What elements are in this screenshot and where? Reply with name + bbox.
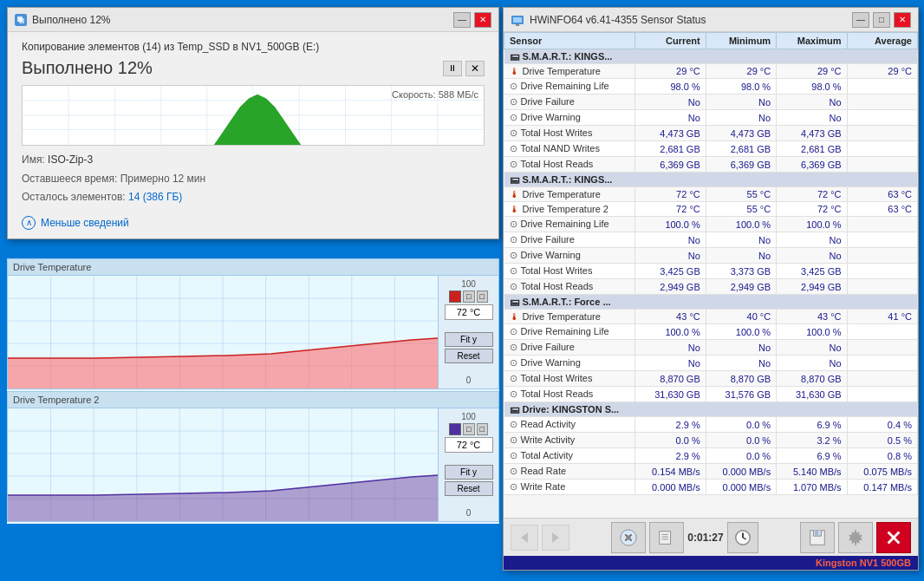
- sensor-minimum: 0.000 MB/s: [706, 464, 776, 480]
- chart2-color: [449, 423, 461, 435]
- sensor-reset-button[interactable]: [611, 522, 646, 553]
- hw-close-button[interactable]: ✕: [894, 12, 911, 28]
- chart2-opt1[interactable]: □: [463, 423, 474, 435]
- cancel-button[interactable]: ✕: [465, 61, 485, 76]
- sensor-average: [847, 279, 917, 295]
- table-row: ⊙Read Activity2.9 %0.0 %6.9 %0.4 %: [504, 417, 918, 433]
- hwinfo-panel: HWiNFO64 v6.41-4355 Sensor Status — □ ✕ …: [503, 7, 919, 571]
- table-row: ⊙Drive FailureNoNoNo: [504, 340, 918, 356]
- chart1-reset[interactable]: Reset: [445, 349, 493, 363]
- hw-minimize-button[interactable]: —: [852, 12, 869, 28]
- sensor-current: 2.9 %: [635, 417, 706, 433]
- minimize-button[interactable]: —: [453, 12, 471, 28]
- save-report-button[interactable]: [800, 522, 835, 553]
- svg-rect-1: [19, 18, 24, 23]
- speed-label: Скорость: 588 МБ/с: [392, 89, 478, 100]
- nav-back-button[interactable]: [511, 525, 538, 551]
- col-sensor: Sensor: [504, 33, 635, 49]
- sensor-name: 🌡Drive Temperature: [504, 310, 635, 324]
- dialog-titlebar: Выполнено 12% — ✕: [8, 8, 498, 32]
- sensor-maximum: 8,870 GB: [777, 371, 847, 387]
- sensor-average: [847, 95, 917, 110]
- sensor-average: 0.5 %: [847, 433, 917, 448]
- close-sensors-button[interactable]: [876, 522, 911, 553]
- sensor-minimum: 0.000 MB/s: [706, 480, 776, 495]
- nav-forward-button[interactable]: [542, 525, 569, 551]
- sensor-maximum: 100.0 %: [777, 324, 847, 340]
- table-row: ⊙Total Host Writes4,473 GB4,473 GB4,473 …: [504, 126, 918, 141]
- sensor-average: 0.8 %: [847, 448, 917, 464]
- sensor-name: ⊙Total Activity: [504, 448, 635, 464]
- sensor-average: [847, 264, 917, 279]
- sensor-current: 3,425 GB: [635, 264, 706, 279]
- sensor-maximum: 72 °C: [777, 202, 847, 217]
- sensor-minimum: 98.0 %: [706, 79, 776, 95]
- items-value: 14 (386 ГБ): [128, 191, 182, 203]
- status-text: Kingston NV1 500GB: [816, 558, 911, 568]
- sensor-minimum: No: [706, 95, 776, 110]
- sensor-name: ⊙Drive Remaining Life: [504, 217, 635, 232]
- circle-icon: ⊙: [510, 419, 517, 429]
- circle-icon: ⊙: [510, 265, 517, 276]
- sensor-average: [847, 248, 917, 264]
- chart2-min-label: 0: [466, 508, 472, 518]
- sensor-maximum: 6,369 GB: [777, 157, 847, 173]
- sensor-export-button[interactable]: [649, 522, 684, 553]
- sensor-minimum: 0.0 %: [706, 417, 776, 433]
- sensor-name: 🌡Drive Temperature: [504, 64, 635, 79]
- chart1-opt1[interactable]: □: [463, 290, 474, 303]
- sensor-maximum: No: [777, 248, 847, 264]
- sensor-current: 6,369 GB: [635, 157, 706, 173]
- sensor-average: [847, 217, 917, 232]
- sensor-average: 29 °C: [847, 64, 917, 79]
- dialog-body: Копирование элементов (14) из Temp_SSD в…: [8, 32, 498, 238]
- chart1-opt2[interactable]: □: [477, 290, 488, 303]
- chart2-opt2[interactable]: □: [477, 423, 488, 435]
- sensor-minimum: No: [706, 340, 776, 356]
- chart1-max-label: 100: [461, 279, 476, 289]
- chart2-label: Drive Temperature 2: [8, 392, 498, 408]
- sensor-average: 0.147 MB/s: [847, 480, 917, 495]
- sensor-current: 72 °C: [635, 187, 706, 202]
- sensor-maximum: No: [777, 356, 847, 371]
- close-button[interactable]: ✕: [474, 12, 491, 28]
- details-toggle[interactable]: ∧ Меньше сведений: [22, 216, 485, 230]
- copy-info: Имя: ISO-Zip-3 Оставшееся время: Примерн…: [22, 151, 485, 207]
- sensor-maximum: No: [777, 232, 847, 248]
- sensor-maximum: 72 °C: [777, 187, 847, 202]
- sensor-current: No: [635, 340, 706, 356]
- hw-titlebar: HWiNFO64 v6.41-4355 Sensor Status — □ ✕: [504, 8, 918, 32]
- sensor-name: ⊙Total Host Writes: [504, 371, 635, 387]
- sensor-tbody: 🖴S.M.A.R.T.: KINGS...🌡Drive Temperature2…: [504, 49, 918, 495]
- sensor-average: 41 °C: [847, 310, 917, 324]
- circle-icon: ⊙: [510, 281, 517, 291]
- chart1-color: [449, 290, 461, 303]
- sensor-average: 0.4 %: [847, 417, 917, 433]
- dialog-title: Выполнено 12%: [32, 14, 111, 26]
- settings-button[interactable]: [838, 522, 873, 553]
- table-row: ⊙Drive Remaining Life100.0 %100.0 %100.0…: [504, 324, 918, 340]
- sensor-name: 🌡Drive Temperature: [504, 187, 635, 202]
- toggle-icon: ∧: [22, 216, 36, 230]
- pause-button[interactable]: ⏸: [443, 61, 462, 76]
- sensor-name: ⊙Drive Failure: [504, 232, 635, 248]
- hw-restore-button[interactable]: □: [873, 12, 890, 28]
- col-current: Current: [635, 33, 706, 49]
- sensor-current: 0.000 MB/s: [635, 480, 706, 495]
- chart2-fity[interactable]: Fit y: [445, 465, 493, 480]
- chart2-reset[interactable]: Reset: [445, 481, 493, 496]
- sensor-minimum: No: [706, 110, 776, 126]
- chart1-fity[interactable]: Fit y: [445, 332, 493, 347]
- sensor-minimum: 100.0 %: [706, 217, 776, 232]
- sensor-scroll[interactable]: Sensor Current Minimum Maximum Average 🖴…: [504, 32, 918, 518]
- toolbar-nav-left: [511, 525, 569, 551]
- group-header-1: 🖴S.M.A.R.T.: KINGS...: [504, 173, 918, 187]
- time-button[interactable]: [727, 522, 758, 553]
- table-row: ⊙Total Host Reads6,369 GB6,369 GB6,369 G…: [504, 157, 918, 173]
- sensor-average: [847, 79, 917, 95]
- circle-icon: ⊙: [510, 96, 517, 107]
- sensor-name: ⊙Write Rate: [504, 480, 635, 495]
- sensor-maximum: 29 °C: [777, 64, 847, 79]
- sensor-current: 98.0 %: [635, 79, 706, 95]
- temp-icon: 🌡: [510, 189, 519, 199]
